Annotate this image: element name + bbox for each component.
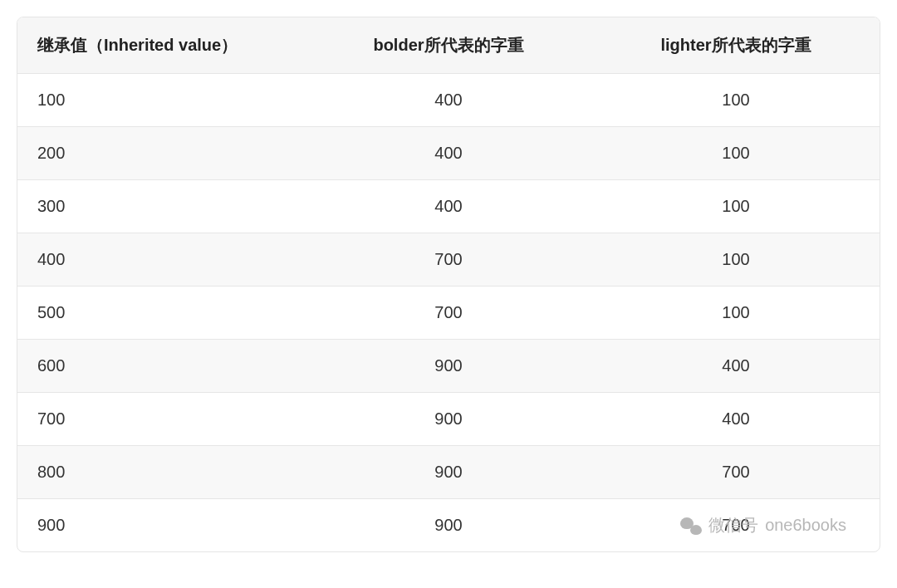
- cell-inherited: 300: [17, 180, 305, 233]
- cell-inherited: 200: [17, 127, 305, 180]
- header-lighter: lighter所代表的字重: [592, 17, 880, 74]
- table-row: 300 400 100: [17, 180, 880, 233]
- table-row: 400 700 100: [17, 233, 880, 287]
- header-inherited-value: 继承值（Inherited value）: [17, 17, 305, 74]
- table-row: 200 400 100: [17, 127, 880, 180]
- cell-inherited: 400: [17, 233, 305, 287]
- cell-bolder: 900: [305, 393, 592, 446]
- table-header: 继承值（Inherited value） bolder所代表的字重 lighte…: [17, 17, 880, 74]
- header-bolder: bolder所代表的字重: [305, 17, 592, 74]
- table-body: 100 400 100 200 400 100 300 400 100 400 …: [17, 74, 880, 552]
- cell-inherited: 700: [17, 393, 305, 446]
- font-weight-table-container: 继承值（Inherited value） bolder所代表的字重 lighte…: [17, 17, 880, 552]
- table-row: 800 900 700: [17, 446, 880, 499]
- table-row: 500 700 100: [17, 287, 880, 340]
- font-weight-table: 继承值（Inherited value） bolder所代表的字重 lighte…: [17, 17, 880, 551]
- table-row: 700 900 400: [17, 393, 880, 446]
- cell-lighter: 100: [592, 233, 880, 287]
- cell-lighter: 700: [592, 446, 880, 499]
- cell-lighter: 400: [592, 393, 880, 446]
- cell-inherited: 600: [17, 340, 305, 393]
- cell-lighter: 100: [592, 127, 880, 180]
- cell-bolder: 700: [305, 233, 592, 287]
- cell-lighter: 100: [592, 287, 880, 340]
- cell-lighter: 100: [592, 180, 880, 233]
- table-row: 100 400 100: [17, 74, 880, 127]
- table-row: 600 900 400: [17, 340, 880, 393]
- cell-lighter: 400: [592, 340, 880, 393]
- cell-bolder: 700: [305, 287, 592, 340]
- cell-bolder: 400: [305, 74, 592, 127]
- cell-bolder: 900: [305, 499, 592, 552]
- cell-inherited: 100: [17, 74, 305, 127]
- cell-bolder: 900: [305, 340, 592, 393]
- cell-lighter: 100: [592, 74, 880, 127]
- cell-bolder: 900: [305, 446, 592, 499]
- cell-inherited: 500: [17, 287, 305, 340]
- table-row: 900 900 700: [17, 499, 880, 552]
- cell-inherited: 800: [17, 446, 305, 499]
- header-row: 继承值（Inherited value） bolder所代表的字重 lighte…: [17, 17, 880, 74]
- cell-lighter: 700: [592, 499, 880, 552]
- cell-inherited: 900: [17, 499, 305, 552]
- cell-bolder: 400: [305, 127, 592, 180]
- cell-bolder: 400: [305, 180, 592, 233]
